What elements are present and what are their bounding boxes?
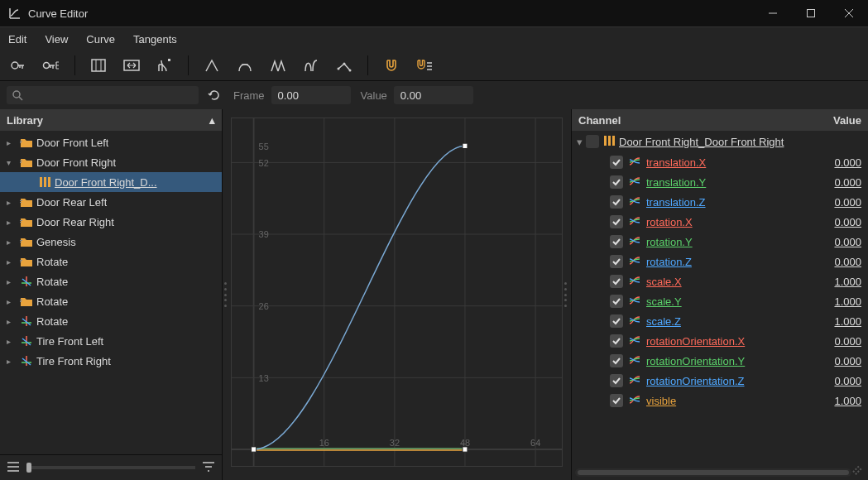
chevron-down-icon[interactable]: ▾ xyxy=(7,158,17,167)
library-item[interactable]: ▸Rotate xyxy=(0,291,222,311)
search-input[interactable] xyxy=(7,86,199,104)
library-header[interactable]: Library ▴ xyxy=(0,109,222,131)
library-item[interactable]: ▸Rotate xyxy=(0,271,222,291)
list-icon[interactable] xyxy=(7,461,20,475)
channel-checkbox[interactable] xyxy=(610,215,623,228)
maximize-button[interactable] xyxy=(792,0,830,26)
channel-value[interactable]: 0.000 xyxy=(834,216,861,228)
key-all-icon[interactable] xyxy=(40,54,63,77)
magnet-settings-icon[interactable] xyxy=(413,54,436,77)
menu-edit[interactable]: Edit xyxy=(8,33,26,46)
channel-checkbox[interactable] xyxy=(610,314,623,328)
channel-row[interactable]: translation.Z0.000 xyxy=(572,192,868,212)
zoom-slider[interactable] xyxy=(26,466,195,469)
menu-curve[interactable]: Curve xyxy=(86,33,115,46)
value-input[interactable] xyxy=(394,86,473,104)
chevron-right-icon[interactable]: ▸ xyxy=(7,317,17,326)
tangent-linear-icon[interactable] xyxy=(200,54,223,77)
graph-canvas[interactable]: 555239261316324864 xyxy=(232,118,562,466)
library-item[interactable]: Door Front Right_D... xyxy=(0,172,222,192)
folder-icon xyxy=(20,196,33,208)
splitter-right[interactable] xyxy=(564,282,569,307)
channel-checkbox[interactable] xyxy=(610,394,623,407)
channel-row[interactable]: scale.Y1.000 xyxy=(572,291,868,311)
channel-row[interactable]: rotation.Y0.000 xyxy=(572,232,868,252)
library-item[interactable]: ▾Door Front Right xyxy=(0,152,222,172)
folder-icon xyxy=(20,137,33,148)
minimize-button[interactable] xyxy=(754,0,792,26)
channel-checkbox[interactable] xyxy=(610,235,623,248)
channel-value[interactable]: 1.000 xyxy=(834,295,861,308)
channel-value[interactable]: 0.000 xyxy=(834,375,861,387)
tangent-flat-icon[interactable] xyxy=(233,54,257,77)
splitter-left[interactable] xyxy=(224,282,229,307)
filter-icon[interactable] xyxy=(202,461,215,475)
channel-value[interactable]: 0.000 xyxy=(834,256,861,268)
magnet-icon[interactable] xyxy=(380,54,403,77)
channel-row[interactable]: translation.Y0.000 xyxy=(572,172,868,192)
chevron-right-icon[interactable]: ▸ xyxy=(7,138,17,147)
channel-row[interactable]: scale.Z1.000 xyxy=(572,311,868,331)
channel-value[interactable]: 1.000 xyxy=(834,395,861,407)
refresh-button[interactable] xyxy=(205,86,223,104)
channel-row[interactable]: translation.X0.000 xyxy=(572,152,868,172)
close-button[interactable] xyxy=(830,0,868,26)
channel-row[interactable]: rotationOrientation.Z0.000 xyxy=(572,371,868,391)
chevron-right-icon[interactable]: ▸ xyxy=(7,198,17,207)
channel-checkbox[interactable] xyxy=(610,255,623,268)
channel-value[interactable]: 0.000 xyxy=(834,335,861,348)
channel-row[interactable]: rotationOrientation.Y0.000 xyxy=(572,351,868,371)
chevron-right-icon[interactable]: ▸ xyxy=(7,297,17,306)
channel-checkbox[interactable] xyxy=(610,295,623,308)
chevron-right-icon[interactable]: ▸ xyxy=(7,277,17,286)
library-item[interactable]: ▸Tire Front Left xyxy=(0,331,222,351)
key-icon[interactable] xyxy=(7,54,30,77)
curve-graph[interactable]: 555239261316324864 xyxy=(223,109,571,480)
library-item[interactable]: ▸Genesis xyxy=(0,232,222,252)
root-checkbox[interactable] xyxy=(586,135,599,148)
channel-root[interactable]: ▾ Door Front Right_Door Front Right xyxy=(572,131,868,152)
channel-row[interactable]: rotationOrientation.X0.000 xyxy=(572,331,868,351)
library-item[interactable]: ▸Door Front Left xyxy=(0,132,222,152)
menu-tangents[interactable]: Tangents xyxy=(133,33,177,46)
channel-checkbox[interactable] xyxy=(610,374,623,387)
library-item[interactable]: ▸Door Rear Left xyxy=(0,192,222,212)
channel-value[interactable]: 0.000 xyxy=(834,196,861,209)
channel-value[interactable]: 0.000 xyxy=(834,236,861,248)
frame-input[interactable] xyxy=(271,86,351,104)
channel-checkbox[interactable] xyxy=(610,275,623,288)
chevron-right-icon[interactable]: ▸ xyxy=(7,337,17,346)
channel-checkbox[interactable] xyxy=(610,175,623,189)
resize-grip-icon[interactable]: ⠿ xyxy=(849,463,868,480)
chevron-right-icon[interactable]: ▸ xyxy=(7,218,17,227)
library-item[interactable]: ▸Door Rear Right xyxy=(0,212,222,232)
menu-view[interactable]: View xyxy=(45,33,68,46)
channel-row[interactable]: rotation.Z0.000 xyxy=(572,252,868,271)
axes-icon xyxy=(628,214,641,230)
horizontal-scrollbar[interactable] xyxy=(575,468,851,477)
channel-row[interactable]: rotation.X0.000 xyxy=(572,212,868,232)
channel-checkbox[interactable] xyxy=(610,354,623,367)
library-item[interactable]: ▸Rotate xyxy=(0,311,222,331)
channel-value[interactable]: 0.000 xyxy=(834,355,861,367)
snap-icon[interactable] xyxy=(153,54,176,77)
channel-value[interactable]: 0.000 xyxy=(834,176,861,189)
chevron-right-icon[interactable]: ▸ xyxy=(7,238,17,247)
chevron-right-icon[interactable]: ▸ xyxy=(7,357,17,366)
channel-checkbox[interactable] xyxy=(610,195,623,209)
library-item[interactable]: ▸Tire Front Right xyxy=(0,351,222,371)
channel-value[interactable]: 1.000 xyxy=(834,315,861,328)
chevron-right-icon[interactable]: ▸ xyxy=(7,257,17,266)
channel-row[interactable]: scale.X1.000 xyxy=(572,271,868,291)
tangent-broken-icon[interactable] xyxy=(333,54,356,77)
channel-checkbox[interactable] xyxy=(610,334,623,348)
channel-row[interactable]: visible1.000 xyxy=(572,391,868,410)
frame-all-icon[interactable] xyxy=(87,54,110,77)
tangent-step-icon[interactable] xyxy=(266,54,290,77)
tangent-spline-icon[interactable] xyxy=(300,54,323,77)
channel-value[interactable]: 0.000 xyxy=(834,156,861,169)
channel-value[interactable]: 1.000 xyxy=(834,276,861,288)
channel-checkbox[interactable] xyxy=(610,156,623,169)
library-item[interactable]: ▸Rotate xyxy=(0,252,222,271)
frame-range-icon[interactable] xyxy=(120,54,143,77)
